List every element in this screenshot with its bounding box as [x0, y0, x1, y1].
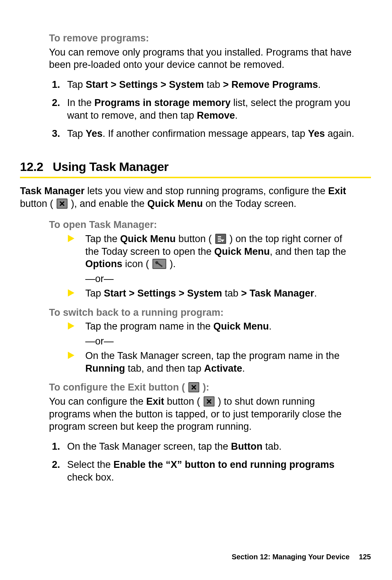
exit-x-icon — [188, 382, 199, 392]
t: Exit — [146, 396, 164, 407]
section-title-row: 12.2 Using Task Manager — [20, 159, 371, 177]
t: icon ( — [122, 258, 152, 269]
t: Quick Menu — [147, 198, 203, 209]
t: Tap — [85, 288, 104, 299]
step-item: Tap Yes. If another confirmation message… — [67, 127, 356, 140]
t: > Remove Programs — [223, 79, 318, 90]
t: Tap — [67, 79, 86, 90]
t: Remove — [197, 110, 235, 121]
step-item: In the Programs in storage memory list, … — [67, 97, 356, 122]
t: Enable the “X” button to end running pro… — [114, 459, 335, 470]
footer-section: Section 12: Managing Your Device — [232, 553, 350, 561]
t: Activate — [204, 363, 242, 374]
t: Select the — [67, 459, 114, 470]
t: Tap the program name in the — [85, 321, 213, 332]
t: ), and enable the — [68, 198, 147, 209]
t: button ( — [176, 233, 215, 244]
t: tab, and then tap — [125, 363, 204, 374]
t: . — [318, 79, 321, 90]
t: You can configure the — [49, 396, 146, 407]
t: . — [242, 363, 245, 374]
subhead-open: To open Task Manager: — [49, 218, 356, 231]
config-desc: You can configure the Exit button ( ) to… — [49, 395, 356, 433]
t: Yes — [86, 128, 103, 139]
t: , and then tap the — [270, 246, 346, 257]
t: . — [314, 288, 317, 299]
t: button ( — [20, 198, 56, 209]
subhead-remove: To remove programs: — [49, 32, 356, 45]
bullet-item: Tap the program name in the Quick Menu. … — [66, 320, 356, 347]
quick-menu-icon — [215, 234, 226, 244]
step-item: Select the Enable the “X” button to end … — [67, 458, 356, 483]
t: Running — [85, 363, 125, 374]
t: Quick Menu — [214, 246, 270, 257]
t: . — [269, 321, 272, 332]
or-separator: —or— — [85, 335, 356, 348]
switch-block: To switch back to a running program: — [49, 306, 356, 319]
t: lets you view and stop running programs,… — [85, 185, 328, 196]
t: Quick Menu — [213, 321, 269, 332]
options-wrench-icon — [152, 259, 166, 269]
section-title: Using Task Manager — [53, 159, 168, 175]
bullet-item: Tap the Quick Menu button ( ) on the top… — [66, 233, 356, 285]
t: Tap the — [85, 233, 120, 244]
t: Task Manager — [20, 185, 85, 196]
t: > Task Manager — [241, 288, 314, 299]
t: button ( — [164, 396, 203, 407]
page-footer: Section 12: Managing Your Device 125 — [232, 552, 371, 562]
t: Start > Settings > System — [104, 288, 222, 299]
switch-bullets: Tap the program name in the Quick Menu. … — [66, 320, 356, 375]
t: On the Task Manager screen, tap the prog… — [85, 350, 339, 361]
t: Options — [85, 258, 122, 269]
step-item: Tap Start > Settings > System tab > Remo… — [67, 78, 356, 91]
t: on the Today screen. — [203, 198, 297, 209]
t: tab. — [262, 441, 282, 452]
t: ). — [167, 258, 176, 269]
section-number: 12.2 — [20, 159, 43, 175]
t: Quick Menu — [120, 233, 176, 244]
manual-page: To remove programs: You can remove only … — [0, 0, 392, 483]
exit-x-icon — [204, 396, 215, 407]
t: check box. — [67, 472, 114, 483]
open-tm-block: To open Task Manager: — [49, 218, 356, 231]
t: Programs in storage memory — [94, 97, 230, 108]
t: . — [235, 110, 238, 121]
step-item: On the Task Manager screen, tap the Butt… — [67, 440, 356, 453]
open-bullets: Tap the Quick Menu button ( ) on the top… — [66, 233, 356, 300]
t: Exit — [328, 185, 346, 196]
t: In the — [67, 97, 94, 108]
t: ): — [200, 382, 209, 393]
t: . If another confirmation message appear… — [103, 128, 308, 139]
exit-x-icon — [57, 199, 68, 209]
t: To configure the Exit button ( — [49, 382, 188, 393]
section-underline — [20, 177, 371, 178]
or-separator: —or— — [85, 273, 356, 285]
subhead-config: To configure the Exit button ( ): — [49, 381, 356, 394]
remove-programs-block: To remove programs: You can remove only … — [49, 32, 356, 71]
t: Button — [231, 441, 262, 452]
t: Yes — [308, 128, 325, 139]
section-heading: 12.2 Using Task Manager — [20, 159, 371, 179]
bullet-item: Tap Start > Settings > System tab > Task… — [66, 287, 356, 300]
t: On the Task Manager screen, tap the — [67, 441, 231, 452]
subhead-switch: To switch back to a running program: — [49, 306, 356, 319]
remove-steps: Tap Start > Settings > System tab > Remo… — [20, 78, 371, 140]
config-steps: On the Task Manager screen, tap the Butt… — [20, 440, 371, 484]
footer-page-number: 125 — [359, 553, 371, 561]
task-manager-intro: Task Manager lets you view and stop runn… — [20, 185, 356, 210]
t: tab — [204, 79, 223, 90]
t: Start > Settings > System — [86, 79, 204, 90]
remove-desc: You can remove only programs that you in… — [49, 46, 356, 71]
t: Tap — [67, 128, 86, 139]
bullet-item: On the Task Manager screen, tap the prog… — [66, 350, 356, 375]
t: again. — [325, 128, 354, 139]
t: tab — [222, 288, 241, 299]
config-block: To configure the Exit button ( ): You ca… — [49, 381, 356, 433]
